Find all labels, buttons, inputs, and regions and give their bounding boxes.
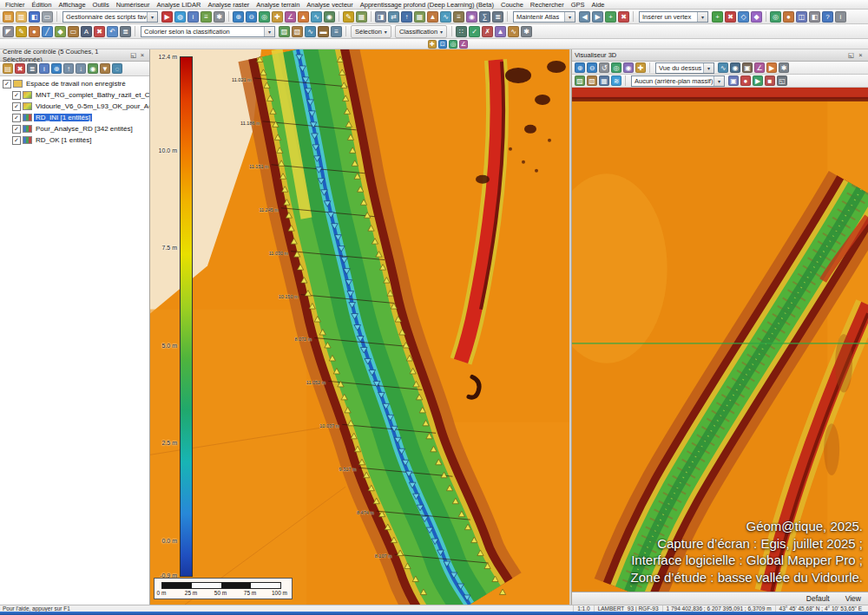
layer-label[interactable]: Vidourle_V6_0-5m_L93_OK_pour_Act_remblai… — [34, 102, 149, 110]
fullscreen-3d-icon[interactable]: ◱ — [777, 75, 787, 86]
insert-vertex-icon[interactable]: + — [712, 11, 723, 23]
chevron-down-icon[interactable]: ▾ — [713, 76, 724, 86]
record-video-icon[interactable]: ● — [740, 75, 751, 86]
camera-settings-icon[interactable]: ▣ — [742, 62, 753, 73]
layer-row-rd-ini[interactable]: ✓RD_INI [1 entités] — [0, 112, 149, 123]
layer-label[interactable]: Pour_Analyse_RD [342 entités] — [34, 125, 135, 133]
contour-lines-icon[interactable]: ≡ — [453, 11, 464, 23]
zoom-extent-icon[interactable]: ◎ — [449, 40, 457, 49]
menu-analyse-raster[interactable]: Analyse raster — [204, 1, 253, 9]
open-layer-icon[interactable]: ▤ — [3, 63, 13, 74]
open-data-files-icon[interactable]: ▥ — [16, 11, 27, 23]
help-icon[interactable]: ? — [822, 11, 833, 23]
lidar-display-icon[interactable]: ▨ — [279, 26, 290, 37]
terrain-layer-icon[interactable]: ▨ — [575, 75, 585, 86]
control-center-icon[interactable]: ≡ — [201, 11, 212, 23]
menu-couche[interactable]: Couche — [497, 1, 527, 9]
reset-view-icon[interactable]: ↺ — [599, 62, 609, 73]
menu-apprentissage-profond-deep-learning-beta[interactable]: Apprentissage profond (Deep Learning) (B… — [357, 1, 497, 9]
edit-feature-icon[interactable]: ✎ — [16, 26, 27, 37]
viewer-3d-scene[interactable]: Géom@tique, 2025.Capture d’écran : Egis,… — [572, 88, 868, 592]
zoom-out-3d-icon[interactable]: ⊖ — [587, 62, 597, 73]
menu-outils[interactable]: Outils — [89, 1, 113, 9]
split-view-icon[interactable]: ◧ — [809, 11, 820, 23]
layer-checkbox[interactable]: ✓ — [12, 114, 21, 122]
auto-classify-icon[interactable]: ✓ — [469, 26, 480, 37]
layer-metadata-icon[interactable]: i — [39, 63, 49, 74]
digitizer-icon[interactable]: ✎ — [343, 11, 354, 23]
measure-3d-icon[interactable]: ∠ — [754, 62, 765, 73]
north-arrow-icon[interactable]: ↑ — [401, 11, 412, 23]
atlas-remove-icon[interactable]: ✖ — [618, 11, 629, 23]
scripts-icon[interactable]: ≣ — [492, 11, 503, 23]
chevron-down-icon[interactable]: ▾ — [703, 63, 713, 73]
eye-position-icon[interactable]: ◉ — [730, 62, 740, 73]
atlas-add-icon[interactable]: + — [605, 11, 616, 23]
attributes-icon[interactable]: ≣ — [120, 26, 131, 37]
map-2d-canvas[interactable]: 11.021 m11.186 m11.151 m11.245 m11.030 m… — [150, 49, 569, 605]
atlas-next-icon[interactable]: ▶ — [592, 11, 603, 23]
layer-row-rd-ok[interactable]: ✓RD_OK [1 entités] — [0, 134, 149, 146]
panel-float-icon[interactable]: ◱ — [846, 51, 856, 59]
measure-map-icon[interactable]: ∠ — [459, 40, 468, 49]
stop-animation-icon[interactable]: ■ — [765, 75, 775, 86]
menu-analyse-terrain[interactable]: Analyse terrain — [253, 1, 303, 9]
menu-dition[interactable]: Édition — [29, 1, 56, 9]
atlas-combo[interactable]: Maintenir Atlas ▾ — [513, 11, 575, 23]
pan-map-icon[interactable]: ✚ — [428, 40, 437, 49]
layer-label[interactable]: RD_OK [1 entités] — [34, 136, 93, 144]
chevron-down-icon[interactable]: ▾ — [697, 12, 707, 22]
raster-calculator-icon[interactable]: ∑ — [479, 11, 490, 23]
watershed-icon[interactable]: ∿ — [440, 11, 451, 23]
geotag-icon[interactable]: ● — [783, 11, 794, 23]
create-rectangle-icon[interactable]: ▭ — [68, 26, 79, 37]
follow-path-icon[interactable]: ∿ — [718, 62, 728, 73]
about-icon[interactable]: i — [835, 11, 846, 23]
menu-aide[interactable]: Aide — [588, 1, 608, 9]
chevron-down-icon[interactable]: ▾ — [147, 12, 157, 22]
layer-checkbox[interactable]: ✓ — [12, 102, 21, 111]
online-sources-icon[interactable]: ◍ — [174, 11, 186, 23]
search-layers-icon[interactable]: ◌ — [112, 63, 122, 74]
lidar-settings-icon[interactable]: ✱ — [521, 26, 532, 37]
pan-3d-icon[interactable]: ✚ — [635, 62, 646, 73]
favorite-scripts-combo[interactable]: Gestionnaire des scripts favo... ▾ — [62, 11, 158, 23]
ground-classify-icon[interactable]: ▬ — [318, 26, 329, 37]
close-layer-icon[interactable]: ✖ — [15, 63, 25, 74]
play-animation-icon[interactable]: ▶ — [753, 75, 763, 86]
fit-view-icon[interactable]: ◎ — [611, 62, 621, 73]
create-point-icon[interactable]: ● — [29, 26, 40, 37]
panel-close-icon[interactable]: × — [856, 51, 865, 59]
workspace-checkbox[interactable]: ✓ — [3, 80, 11, 88]
feature-info-icon[interactable]: ◉ — [324, 11, 335, 23]
create-area-icon[interactable]: ◆ — [55, 26, 66, 37]
orbit-view-icon[interactable]: ◉ — [623, 62, 634, 73]
layer-checkbox[interactable]: ✓ — [12, 125, 21, 134]
settings-3d-icon[interactable]: ✱ — [779, 62, 789, 73]
extract-features-icon[interactable]: ▲ — [495, 26, 506, 37]
menu-fichier[interactable]: Fichier — [2, 1, 29, 9]
zoom-box-icon[interactable]: ⊡ — [438, 40, 447, 49]
drape-image-icon[interactable]: ▧ — [587, 75, 597, 86]
pan-tool-icon[interactable]: ✚ — [272, 11, 283, 23]
move-layer-down-icon[interactable]: ↓ — [76, 63, 86, 74]
print-icon[interactable]: ▭ — [42, 11, 53, 23]
compare-views-icon[interactable]: ⇄ — [388, 11, 399, 23]
chevron-down-icon[interactable]: ▾ — [564, 12, 575, 22]
flythrough-icon[interactable]: ▶ — [766, 62, 777, 73]
move-vertex-icon[interactable]: ◇ — [738, 11, 749, 23]
gps-tracking-icon[interactable]: ◎ — [770, 11, 781, 23]
menu-num-riseur[interactable]: Numériseur — [113, 1, 154, 9]
zoom-out-icon[interactable]: ⊖ — [246, 11, 257, 23]
layer-checkbox[interactable]: ✓ — [12, 91, 21, 100]
zoom-in-3d-icon[interactable]: ⊕ — [575, 62, 585, 73]
lidar-filter-icon[interactable]: ▧ — [292, 26, 303, 37]
path-profile-icon[interactable]: ∿ — [311, 11, 322, 23]
lidar-profile-icon[interactable]: ∿ — [305, 26, 316, 37]
map-2d-view[interactable]: 11.021 m11.186 m11.151 m11.245 m11.030 m… — [150, 49, 569, 605]
panel-close-icon[interactable]: × — [138, 51, 147, 59]
vertex-tool-combo[interactable]: Insérer un vertex ▾ — [639, 11, 708, 23]
select-tool-icon[interactable]: ◤ — [3, 26, 14, 37]
viewer-3d-canvas[interactable] — [572, 88, 868, 592]
noise-filter-icon[interactable]: ✗ — [482, 26, 493, 37]
